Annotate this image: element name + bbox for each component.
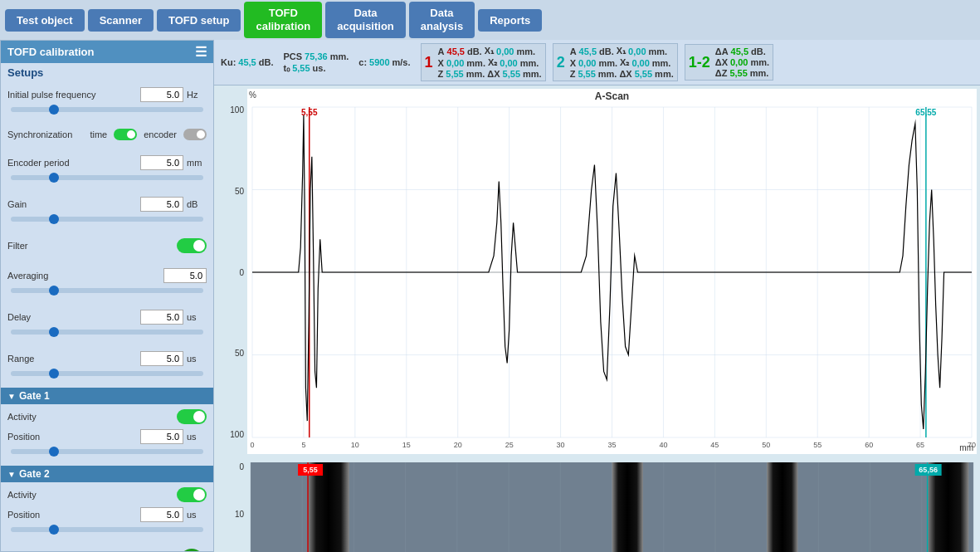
diff-dz-unit: mm. [750, 68, 769, 78]
encoder-period-slider-track[interactable] [11, 175, 203, 180]
sync-time-label: time [90, 129, 107, 139]
initial-pulse-unit: Hz [187, 90, 207, 100]
nav-tofd-setup[interactable]: TOFD setup [157, 9, 241, 32]
ch2-x2-unit: mm. [652, 58, 671, 68]
gate1-section: Activity Position us [1, 404, 213, 466]
nav-reports[interactable]: Reports [478, 9, 542, 32]
gate1-slider-track[interactable] [11, 449, 203, 454]
range-label: Range [7, 354, 137, 364]
ch1-a-unit: dB. [467, 46, 482, 56]
nav-test-object[interactable]: Test object [5, 9, 85, 32]
c-value: 5900 [369, 57, 389, 67]
delay-slider-thumb[interactable] [49, 327, 59, 337]
diff-dz-value: 5,55 [729, 68, 747, 78]
t0-label: t₀ [283, 63, 290, 74]
gain-label: Gain [7, 199, 137, 209]
averaging-label: Averaging [7, 271, 160, 281]
gain-slider-track[interactable] [11, 217, 203, 222]
ch2-x1-unit: mm. [649, 46, 668, 56]
ku-value: 45,5 [238, 57, 256, 67]
delay-unit: us [187, 312, 207, 322]
menu-icon[interactable]: ☰ [195, 44, 207, 60]
ch1-x-unit: mm. [466, 58, 485, 68]
gate1-activity-toggle[interactable] [177, 409, 207, 424]
ch1-badge: 1 [425, 54, 433, 71]
left-panel: TOFD calibration ☰ Setups Initial pulse … [0, 40, 214, 552]
ku-unit: dB. [259, 57, 274, 67]
c-label: c: [358, 57, 367, 67]
ascan-chart-container: A-Scan % mm [247, 89, 977, 454]
ch2-x-value: 0,00 [578, 58, 596, 68]
averaging-slider-track[interactable] [11, 288, 203, 293]
calibrate-save-section: Calibrate + Save + [1, 544, 213, 552]
gate1-activity-label: Activity [7, 412, 170, 422]
ch2-a-value: 45,5 [579, 46, 597, 56]
encoder-period-unit: mm [187, 158, 207, 168]
range-unit: us [187, 354, 207, 364]
setups-label: Setups [1, 63, 213, 82]
panel-title: TOFD calibration [7, 46, 95, 58]
initial-pulse-input[interactable] [140, 87, 183, 102]
measurements-bar: Ku: 45,5 dB. PCS 75,36 mm. t₀ 5,55 us. c… [214, 40, 980, 85]
gate1-position-input[interactable] [140, 429, 183, 444]
gate1-label: Gate 1 [19, 390, 50, 402]
diff-dx-label: ΔX [715, 57, 728, 67]
right-panel: Ku: 45,5 dB. PCS 75,36 mm. t₀ 5,55 us. c… [214, 40, 980, 552]
gate2-activity-toggle[interactable] [177, 487, 207, 502]
delay-input[interactable] [140, 310, 183, 325]
ch2-z-value: 5,55 [578, 69, 595, 79]
range-slider-thumb[interactable] [49, 369, 59, 379]
averaging-slider-thumb[interactable] [49, 286, 59, 296]
initial-pulse-slider-thumb[interactable] [49, 105, 59, 115]
ch1-dx-value: 5,55 [503, 69, 520, 79]
gate2-position-input[interactable] [140, 507, 183, 522]
filter-toggle[interactable] [177, 238, 207, 253]
gate1-position-unit: us [187, 432, 207, 442]
encoder-period-input[interactable] [140, 155, 183, 170]
sync-time-toggle[interactable] [114, 129, 137, 140]
initial-pulse-slider-track[interactable] [11, 107, 203, 112]
diff-da-value: 45,5 [731, 46, 748, 56]
delay-slider-track[interactable] [11, 330, 203, 335]
sync-encoder-toggle[interactable] [183, 129, 207, 140]
ch2-z-unit: mm. [598, 69, 617, 79]
gain-slider-thumb[interactable] [49, 214, 59, 224]
gate1-slider-thumb[interactable] [49, 447, 59, 457]
delay-label: Delay [7, 312, 137, 322]
averaging-section: Averaging [1, 263, 213, 305]
ch2-dx-unit: mm. [655, 69, 674, 79]
nav-scanner[interactable]: Scanner [88, 9, 154, 32]
encoder-period-label: Encoder period [7, 158, 137, 168]
range-input[interactable] [140, 351, 183, 366]
averaging-input[interactable] [163, 268, 207, 283]
ch2-x2-label: X₂ [620, 57, 629, 68]
gate2-label: Gate 2 [19, 468, 50, 480]
diff-dx-unit: mm. [750, 57, 769, 67]
sync-section: Synchronization time encoder [1, 124, 213, 150]
ch2-x-label: X [570, 58, 576, 68]
ch2-x1-label: X₁ [617, 46, 626, 56]
ku-section: Ku: 45,5 dB. [221, 57, 273, 67]
gate2-section: Activity Position us [1, 482, 213, 544]
diff-dx-value: 0,00 [730, 57, 748, 67]
gain-input[interactable] [140, 197, 183, 212]
encoder-period-slider-thumb[interactable] [49, 173, 59, 183]
nav-data-analysis[interactable]: Dataanalysis [409, 2, 475, 37]
ch2-a-label: A [570, 46, 577, 56]
nav-tofd-calibration[interactable]: TOFDcalibration [244, 2, 322, 37]
ch2-dx-label: ΔX [619, 69, 631, 79]
tofd-y0: 0 [239, 462, 244, 471]
diff-data: ΔA 45,5 dB. ΔX 0,00 mm. ΔZ 5,55 mm. [715, 46, 769, 78]
calibrate-button[interactable]: + [180, 549, 203, 552]
ku-label: Ku: [221, 57, 236, 67]
gate2-slider-track[interactable] [11, 527, 203, 532]
gate2-slider-thumb[interactable] [49, 525, 59, 535]
ch2-x2-value: 0,00 [631, 58, 649, 68]
ch1-a-value: 45,5 [447, 46, 465, 56]
encoder-period-section: Encoder period mm [1, 150, 213, 192]
ascan-percent-label: % [249, 90, 256, 100]
nav-data-acquisition[interactable]: Dataacquisition [325, 2, 406, 37]
gate2-arrow: ▼ [7, 470, 16, 479]
tofd-y10: 10 [235, 510, 244, 519]
range-slider-track[interactable] [11, 371, 203, 376]
